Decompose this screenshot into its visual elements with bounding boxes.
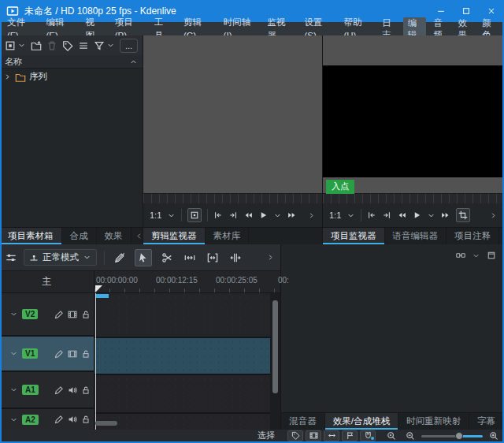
mix-clips-button[interactable]: [112, 250, 128, 266]
tab-effects[interactable]: 效果: [97, 228, 132, 244]
zoom-slider-thumb[interactable]: [455, 432, 463, 440]
rewind-icon[interactable]: [397, 210, 406, 220]
speaker-icon[interactable]: [68, 415, 77, 424]
toolbar-overflow-icon[interactable]: [266, 253, 275, 262]
chevron-down-icon[interactable]: [9, 349, 18, 358]
timeline-zone-indicator[interactable]: [96, 294, 109, 298]
slip-tool-button[interactable]: [205, 250, 220, 266]
clip-monitor-ruler[interactable]: [143, 193, 322, 203]
track-lane-a1[interactable]: [94, 375, 270, 412]
track-lane-v2[interactable]: [94, 293, 270, 337]
multicam-tool-button[interactable]: [228, 250, 243, 266]
fast-forward-icon[interactable]: [287, 210, 297, 220]
project-monitor-screen[interactable]: 入点: [323, 35, 504, 193]
timeline-vertical-scrollbar[interactable]: [272, 300, 278, 393]
pencil-icon[interactable]: [54, 385, 64, 395]
play-icon[interactable]: [258, 210, 268, 220]
lock-icon[interactable]: [81, 310, 91, 319]
track-tag[interactable]: V2: [22, 309, 38, 319]
marker-comments-button[interactable]: [342, 430, 358, 441]
filmstrip-icon[interactable]: [68, 349, 77, 359]
master-track-button[interactable]: 主: [0, 271, 94, 293]
chevron-down-icon[interactable]: [427, 211, 435, 220]
fast-forward-icon[interactable]: [441, 210, 450, 220]
pencil-icon[interactable]: [54, 415, 64, 424]
edit-mode-dropdown[interactable]: 正常模式: [24, 249, 97, 266]
playhead-line[interactable]: [95, 293, 96, 430]
filmstrip-icon[interactable]: [68, 310, 77, 319]
lock-icon[interactable]: [81, 385, 91, 395]
snap-toggle-button[interactable]: [360, 430, 376, 441]
track-lane-a2[interactable]: [94, 414, 270, 430]
clip-monitor-screen[interactable]: [143, 35, 322, 193]
track-header-a1[interactable]: A1: [0, 372, 94, 409]
track-lane-v1[interactable]: [94, 338, 270, 374]
toolbar-overflow-icon[interactable]: [489, 211, 498, 220]
lock-icon[interactable]: [81, 415, 91, 424]
tag-button[interactable]: [62, 40, 73, 51]
track-tag[interactable]: A2: [22, 415, 39, 425]
float-panel-icon[interactable]: [487, 251, 496, 260]
track-header-v2[interactable]: V2: [0, 293, 94, 337]
video-thumbnails-button[interactable]: [306, 430, 321, 441]
set-out-point-icon[interactable]: [228, 210, 238, 220]
zoom-in-icon[interactable]: [489, 431, 498, 441]
track-tag[interactable]: A1: [22, 385, 39, 395]
tab-project-monitor[interactable]: 项目监视器: [323, 228, 385, 244]
tab-subtitles[interactable]: 字幕: [469, 413, 504, 430]
delete-button[interactable]: [46, 40, 57, 51]
chevron-down-icon[interactable]: [472, 251, 480, 260]
timeline-tracks-area[interactable]: [94, 293, 280, 430]
monitor-zoom-level[interactable]: 1:1: [329, 210, 341, 220]
tab-project-bin[interactable]: 项目素材箱: [0, 228, 62, 244]
bin-empty-area[interactable]: [0, 85, 143, 227]
expand-chevron-icon[interactable]: [3, 73, 12, 81]
monitor-zoom-level[interactable]: 1:1: [150, 210, 161, 220]
bin-column-header[interactable]: 名称: [0, 55, 143, 69]
effect-stack-empty-area[interactable]: [281, 266, 504, 412]
compare-effect-icon[interactable]: [456, 251, 465, 260]
tab-speech-editor[interactable]: 语音编辑器: [385, 228, 447, 244]
razor-tool-button[interactable]: [159, 250, 175, 266]
pencil-icon[interactable]: [54, 349, 64, 359]
chevron-up-icon[interactable]: [129, 58, 138, 66]
rewind-icon[interactable]: [243, 210, 253, 220]
tab-media-browser[interactable]: 素材库: [206, 228, 250, 244]
chevron-down-icon[interactable]: [167, 211, 176, 220]
track-header-a2[interactable]: A2: [0, 409, 94, 430]
tab-scroll-left-icon[interactable]: [135, 232, 143, 240]
tab-audio-mixer[interactable]: 混音器: [281, 413, 325, 430]
timeline-zoom-slider[interactable]: [421, 432, 483, 440]
filter-button[interactable]: [94, 40, 115, 51]
timeline-ruler[interactable]: 00:00:00:00 00:00:12:15 00:00:25:05 00:: [94, 271, 280, 293]
chevron-down-icon[interactable]: [9, 415, 18, 424]
view-mode-button[interactable]: [78, 40, 89, 51]
toolbar-overflow-icon[interactable]: [307, 211, 316, 220]
set-out-point-icon[interactable]: [382, 210, 391, 220]
zone-toggle-button[interactable]: [187, 208, 202, 222]
set-in-point-icon[interactable]: [213, 210, 223, 220]
chevron-down-icon[interactable]: [9, 310, 18, 318]
zoom-out-icon[interactable]: [406, 431, 415, 441]
bin-item-sequence[interactable]: 序列: [0, 69, 143, 85]
playhead-flag[interactable]: [95, 285, 102, 292]
chevron-down-icon[interactable]: [273, 211, 282, 220]
zoom-fit-icon[interactable]: [387, 431, 396, 441]
speaker-icon[interactable]: [68, 385, 77, 395]
spacer-tool-button[interactable]: [182, 250, 198, 266]
track-tag[interactable]: V1: [22, 348, 38, 359]
show-markers-button[interactable]: [287, 430, 303, 441]
add-clip-button[interactable]: [5, 40, 26, 51]
create-folder-button[interactable]: [31, 40, 42, 51]
project-monitor-ruler[interactable]: [323, 193, 504, 203]
project-monitor-video[interactable]: [323, 65, 504, 177]
tab-compositions[interactable]: 合成: [62, 228, 97, 244]
set-in-point-icon[interactable]: [367, 210, 376, 220]
bin-overflow-button[interactable]: ...: [120, 39, 138, 53]
timeline-horizontal-scrollbar[interactable]: [95, 421, 117, 426]
tab-effect-stack[interactable]: 效果/合成堆栈: [325, 413, 398, 430]
chevron-down-icon[interactable]: [9, 385, 18, 394]
tab-project-notes[interactable]: 项目注释: [447, 228, 499, 244]
tab-clip-monitor[interactable]: 剪辑监视器: [143, 228, 206, 244]
zone-crop-button[interactable]: [456, 208, 470, 222]
